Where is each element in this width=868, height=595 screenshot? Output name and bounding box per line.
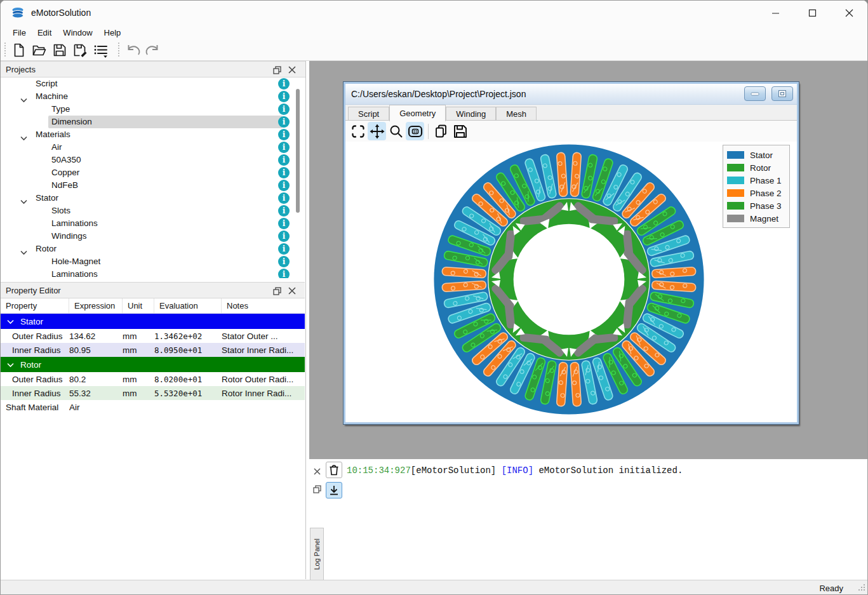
redo-button[interactable] [144, 41, 163, 59]
resize-grip[interactable] [858, 583, 866, 594]
log-output[interactable]: 10:15:34:927[eMotorSolution] [INFO] eMot… [347, 464, 865, 477]
close-panel-icon[interactable] [286, 64, 298, 76]
tree-item-materials[interactable]: Materialsi [1, 128, 305, 141]
undo-button[interactable] [123, 41, 142, 59]
menu-item-window[interactable]: Window [57, 26, 98, 39]
tab-geometry[interactable]: Geometry [389, 105, 446, 121]
minimize-button[interactable] [757, 1, 794, 25]
info-icon[interactable]: i [278, 129, 290, 140]
status-text: Ready [819, 584, 843, 593]
info-icon[interactable]: i [278, 142, 290, 153]
column-header-evaluation[interactable]: Evaluation [154, 298, 222, 313]
tree-item-label: Dimension [51, 117, 92, 126]
projects-panel-header[interactable]: Projects [1, 61, 305, 77]
toolbar-drag-handle[interactable] [3, 43, 6, 58]
show-panel-button[interactable] [406, 122, 424, 140]
group-header-rotor[interactable]: Rotor [1, 357, 305, 372]
property-editor-header[interactable]: Property Editor [1, 282, 305, 298]
column-header-notes[interactable]: Notes [222, 298, 305, 313]
tree-item-windings[interactable]: Windingsi [1, 230, 305, 243]
info-icon[interactable]: i [278, 256, 290, 267]
tree-scrollbar[interactable] [296, 89, 300, 213]
doc-maximize-button[interactable] [771, 86, 793, 101]
info-icon[interactable]: i [278, 269, 290, 278]
info-icon[interactable]: i [278, 205, 290, 217]
tab-winding[interactable]: Winding [446, 107, 496, 120]
info-icon[interactable]: i [278, 167, 290, 178]
clear-log-button[interactable] [326, 462, 342, 478]
log-panel-tab[interactable]: Log Panel [310, 528, 324, 581]
column-header-unit[interactable]: Unit [123, 298, 154, 313]
tree-item-dimension[interactable]: Dimensioni [1, 116, 305, 128]
geometry-canvas[interactable]: StatorRotorPhase 1Phase 2Phase 3Magnet [345, 142, 797, 422]
save-button[interactable] [50, 41, 69, 59]
close-log-icon[interactable] [311, 465, 323, 477]
legend-label: Magnet [750, 214, 778, 224]
tree-item-stator[interactable]: Statori [1, 192, 305, 204]
toolbar-drag-handle[interactable] [117, 43, 120, 58]
save-image-button[interactable] [451, 122, 469, 140]
tree-item-type[interactable]: Typei [1, 103, 305, 116]
chevron-down-icon[interactable] [1, 317, 20, 326]
tree-item-50a350[interactable]: 50A350i [1, 154, 305, 166]
tab-mesh[interactable]: Mesh [496, 107, 537, 120]
zoom-button[interactable] [387, 122, 405, 140]
new-file-button[interactable] [10, 41, 29, 59]
tree-item-slots[interactable]: Slotsi [1, 204, 305, 217]
tree-item-machine[interactable]: Machinei [1, 90, 305, 103]
task-list-button[interactable] [91, 41, 110, 59]
info-icon[interactable]: i [278, 91, 290, 102]
property-row[interactable]: Outer Radius80.2mm8.0200e+01Rotor Outer … [1, 372, 305, 386]
title-bar[interactable]: eMotorSolution [1, 1, 867, 25]
tree-item-script[interactable]: Scripti [1, 77, 305, 90]
property-row[interactable]: Inner Radius80.95mm8.0950e+01Stator Inne… [1, 343, 305, 357]
menu-item-help[interactable]: Help [98, 26, 127, 39]
document-title-bar[interactable]: C:/Users/eskan/Desktop\Project\Project.j… [345, 84, 797, 105]
tab-script[interactable]: Script [348, 107, 389, 120]
doc-minimize-button[interactable] [744, 86, 766, 101]
fit-view-button[interactable] [349, 122, 367, 140]
tree-item-label: Laminations [51, 218, 98, 228]
property-row[interactable]: Inner Radius55.32mm5.5320e+01Rotor Inner… [1, 386, 305, 400]
scroll-to-bottom-button[interactable] [326, 482, 342, 498]
tree-item-copper[interactable]: Copperi [1, 166, 305, 179]
close-panel-icon[interactable] [286, 285, 298, 297]
float-log-icon[interactable] [311, 483, 323, 495]
float-panel-icon[interactable] [271, 285, 283, 297]
maximize-button[interactable] [794, 1, 831, 25]
float-panel-icon[interactable] [271, 64, 283, 76]
projects-panel-title: Projects [6, 65, 36, 74]
info-icon[interactable]: i [278, 231, 290, 242]
info-icon[interactable]: i [278, 78, 290, 90]
chevron-down-icon[interactable] [1, 360, 20, 370]
info-icon[interactable]: i [278, 180, 290, 191]
menu-item-file[interactable]: File [7, 26, 32, 39]
column-header-property[interactable]: Property [1, 298, 69, 313]
notes-value: Stator Outer ... [222, 331, 305, 341]
info-icon[interactable]: i [278, 104, 290, 115]
tree-item-label: Script [36, 79, 58, 88]
tree-item-rotor[interactable]: Rotori [1, 243, 305, 255]
expression-value: 55.32 [69, 389, 123, 398]
group-header-stator[interactable]: Stator [1, 314, 305, 329]
menu-item-edit[interactable]: Edit [32, 26, 57, 39]
tree-item-air[interactable]: Airi [1, 141, 305, 154]
info-icon[interactable]: i [278, 154, 290, 166]
tree-item-ndfeb[interactable]: NdFeBi [1, 179, 305, 192]
expression-value: 80.2 [69, 375, 123, 384]
info-icon[interactable]: i [278, 243, 290, 255]
save-as-button[interactable] [70, 41, 90, 59]
info-icon[interactable]: i [278, 116, 290, 128]
property-row[interactable]: Shaft MaterialAir [1, 400, 305, 414]
tree-item-laminations[interactable]: Laminationsi [1, 268, 305, 278]
pan-move-button[interactable] [368, 122, 386, 140]
close-button[interactable] [831, 1, 867, 25]
tree-item-laminations[interactable]: Laminationsi [1, 217, 305, 230]
tree-item-hole-magnet[interactable]: Hole-Magneti [1, 255, 305, 268]
column-header-expression[interactable]: Expression [69, 298, 123, 313]
info-icon[interactable]: i [278, 218, 290, 229]
property-row[interactable]: Outer Radius134.62mm1.3462e+02Stator Out… [1, 329, 305, 343]
open-folder-button[interactable] [30, 41, 49, 59]
info-icon[interactable]: i [278, 192, 290, 204]
copy-image-button[interactable] [432, 122, 450, 140]
